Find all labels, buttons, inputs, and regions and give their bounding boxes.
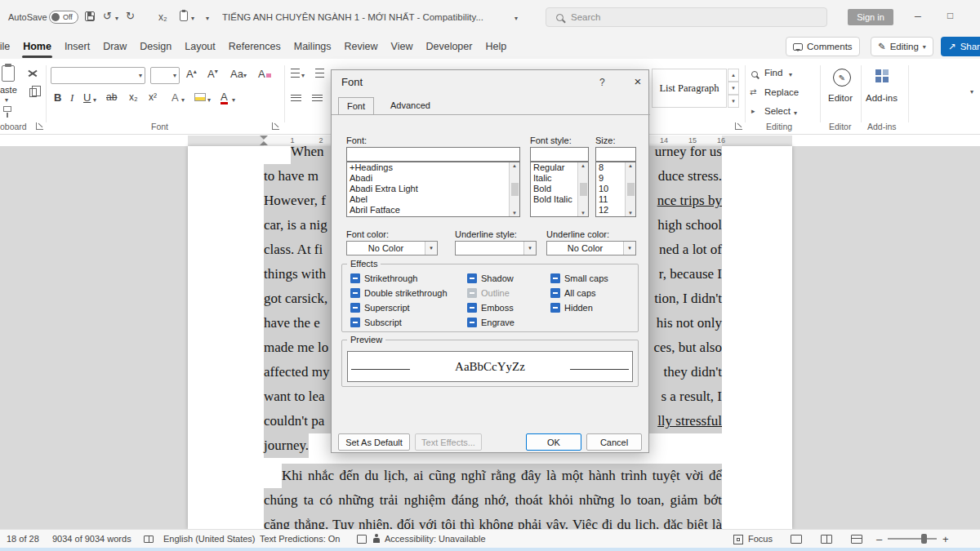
font-style-item[interactable]: Bold [531,184,577,194]
replace-button[interactable]: Replace [764,87,799,97]
paste-button[interactable]: aste [0,85,17,95]
italic-button[interactable]: I [70,91,74,104]
paste-icon[interactable] [2,65,15,82]
close-icon[interactable]: × [626,70,650,91]
align-center-icon[interactable] [312,95,323,103]
autosave-toggle[interactable]: Off [49,11,78,24]
size-item[interactable]: 11 [596,194,625,205]
format-painter-icon[interactable] [3,106,11,112]
chevron-down-icon[interactable]: ▾ [232,96,235,104]
tab-review[interactable]: Review [338,37,385,56]
chevron-down-icon[interactable]: ▾ [191,15,194,22]
zoom-out-button[interactable]: – [876,533,882,545]
editor-icon[interactable]: ✎ [833,69,851,87]
ok-button[interactable]: OK [526,433,581,451]
vietnamese-paragraph[interactable]: Khi nhắc đến du lịch, ai cũng nghĩ rằng … [264,464,722,529]
underline-button[interactable]: U [83,91,91,104]
underline-style-combo[interactable]: ▾ [455,241,537,256]
font-style-scrollbar[interactable]: ▲▼ [577,162,588,216]
editing-mode-button[interactable]: ✎ Editing ▾ [871,37,933,56]
tab-insert[interactable]: Insert [58,37,96,56]
focus-label[interactable]: Focus [748,534,773,544]
font-style-item[interactable]: Bold Italic [531,194,577,205]
shadow-option[interactable]: Shadow [467,273,514,283]
text-line[interactable]: chúng ta có những trải nghiệm đáng nhớ, … [264,488,722,513]
all-caps-option[interactable]: All caps [550,288,596,298]
word-count-status[interactable]: 9034 of 9034 words [52,534,131,544]
hidden-option[interactable]: Hidden [550,303,593,313]
style-gallery-more[interactable]: ▾ [728,95,739,108]
zoom-slider-thumb[interactable] [921,534,927,544]
size-item[interactable]: 8 [596,162,625,173]
editor-button[interactable]: Editor [828,93,853,103]
chevron-down-icon[interactable]: ▾ [93,96,96,104]
dialog-tab-font[interactable]: Font [338,97,374,114]
font-list-item[interactable]: +Headings [347,162,509,173]
font-dialog-launcher-icon[interactable] [272,122,279,130]
strikethrough-option[interactable]: Strikethrough [350,273,417,283]
tab-help[interactable]: Help [479,37,513,56]
copy-icon[interactable] [29,88,37,97]
size-item[interactable]: 10 [596,184,625,194]
superscript-button[interactable]: x² [149,91,157,103]
styles-dialog-launcher-icon[interactable] [735,122,742,130]
bold-button[interactable]: B [54,91,61,104]
align-left-icon[interactable] [291,95,301,103]
sign-in-button[interactable]: Sign in [848,9,893,25]
font-list-item[interactable]: Abadi [347,173,509,184]
text-line[interactable]: journey. [264,433,309,458]
comments-button[interactable]: Comments [786,37,860,56]
tab-developer[interactable]: Developer [419,37,479,56]
font-list-scrollbar[interactable]: ▲▼ [509,162,519,216]
collapse-ribbon-icon[interactable]: ▾ [970,88,973,96]
find-button[interactable]: Find [764,68,782,78]
font-list-item[interactable]: Abril Fatface [347,205,509,216]
save-icon[interactable] [85,11,95,21]
font-color-button[interactable]: A [220,91,228,104]
cancel-button[interactable]: Cancel [586,433,642,451]
accessibility-status[interactable]: Accessibility: Unavailable [385,534,486,544]
font-list-item[interactable]: Abadi Extra Light [347,184,509,194]
underline-color-combo[interactable]: No Color ▾ [546,241,636,256]
cut-icon[interactable] [28,69,38,78]
subscript-button[interactable]: x₂ [129,91,138,103]
print-layout-icon[interactable] [821,535,832,544]
shrink-font-button[interactable]: A▾ [207,68,218,80]
double-strikethrough-option[interactable]: Double strikethrough [350,288,448,298]
tab-home[interactable]: Home [16,37,58,56]
change-case-button[interactable]: Aa▾ [230,68,247,80]
tab-view[interactable]: View [385,37,420,56]
chevron-down-icon[interactable]: ▾ [207,96,211,104]
superscript-option[interactable]: Superscript [350,303,410,313]
clear-formatting-button[interactable]: A [258,68,271,80]
help-button[interactable]: ? [599,77,605,88]
tab-file[interactable]: File [0,37,16,56]
focus-icon[interactable] [733,535,743,544]
add-ins-button[interactable]: Add-ins [866,93,898,103]
style-scroll-down[interactable]: ▾ [728,82,739,95]
font-style-input[interactable] [530,147,589,162]
size-item[interactable]: 12 [596,205,625,216]
size-input[interactable] [595,147,636,162]
highlight-color-icon[interactable] [194,93,206,101]
share-button[interactable]: ↗ Share [941,37,980,56]
web-layout-icon[interactable] [851,535,862,544]
size-list[interactable]: 8 9 10 11 12 ▲▼ [595,162,636,217]
subscript-option[interactable]: Subscript [350,318,402,327]
first-line-indent-marker[interactable] [260,136,268,140]
select-button[interactable]: Select [764,106,791,116]
read-mode-icon[interactable] [791,535,802,544]
emboss-option[interactable]: Emboss [467,303,514,313]
language-status[interactable]: English (United States) [163,534,256,544]
size-item[interactable]: 9 [596,173,625,184]
proofing-icon[interactable] [144,535,154,543]
strikethrough-button[interactable]: ab [106,91,117,103]
engrave-option[interactable]: Engrave [467,318,514,327]
size-list-scrollbar[interactable]: ▲▼ [625,162,635,216]
search-input[interactable]: Search [546,7,827,27]
tab-design[interactable]: Design [133,37,178,56]
font-name-combo[interactable]: ▾ [51,67,145,84]
chevron-down-icon[interactable]: ▾ [5,96,8,104]
font-style-item[interactable]: Italic [531,173,577,184]
set-as-default-button[interactable]: Set As Default [338,433,410,451]
